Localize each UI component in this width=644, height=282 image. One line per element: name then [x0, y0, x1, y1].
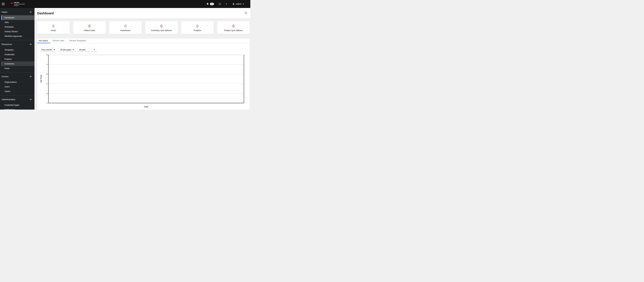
sidebar-item-label: Credential Types — [4, 104, 20, 106]
y-tick-label: 0 — [37, 102, 47, 104]
job-status-panel: Job status Recent Jobs Recent Templates … — [37, 39, 250, 110]
chevron-down-icon — [30, 11, 32, 13]
job-runs-chart: Job Runs 5 4 3 2 1 0 Date — [37, 55, 250, 110]
sidebar-item-projects[interactable]: Projects — [1, 57, 34, 61]
sidebar-item-label: Users — [4, 86, 10, 88]
sidebar-item-credential-types[interactable]: Credential Types — [1, 103, 34, 107]
sidebar-group-toggle-access[interactable]: Access — [0, 74, 34, 79]
dashboard-content: 0 Hosts 0 Failed hosts 0 Inventories 0 I… — [34, 18, 250, 110]
question-circle-icon — [219, 3, 221, 5]
sidebar-item-label: Hosts — [4, 67, 10, 69]
sidebar-item-schedules[interactable]: Schedules — [1, 24, 34, 29]
y-tick-label: 3 — [37, 73, 47, 75]
sidebar-item-label: Activity Stream — [4, 30, 18, 33]
sidebar-group-toggle-administration[interactable]: Administration — [0, 97, 34, 102]
caret-down-icon — [94, 49, 95, 50]
sidebar-group-access: Access Organizations Users Teams — [0, 72, 34, 94]
sidebar-item-label: Projects — [4, 58, 12, 60]
help-menu-button[interactable] — [219, 3, 227, 5]
sidebar-item-organizations[interactable]: Organizations — [1, 80, 34, 84]
sidebar-item-templates[interactable]: Templates — [1, 47, 34, 52]
nav-toggle-button[interactable] — [1, 1, 7, 7]
summary-card-inventory-sync-failures[interactable]: 0 Inventory sync failures — [145, 21, 178, 34]
masthead: Red Hat Ansible Automation Platform 0 — [0, 0, 250, 8]
sidebar-item-activity-stream[interactable]: Activity Stream — [1, 29, 34, 34]
refresh-history-button[interactable] — [244, 11, 248, 15]
sidebar-item-hosts[interactable]: Hosts — [1, 66, 34, 71]
sidebar-item-dashboard[interactable]: Dashboard — [1, 15, 34, 20]
sidebar-item-inventories[interactable]: Inventories — [1, 61, 34, 66]
red-hat-fedora-icon — [10, 2, 13, 5]
card-count: 0 — [124, 24, 126, 28]
card-label: Inventory sync failures — [151, 29, 172, 31]
sidebar-group-label: Resources — [2, 43, 12, 46]
sidebar-group-toggle-resources[interactable]: Resources — [0, 42, 34, 46]
notifications-count-badge: 0 — [210, 3, 214, 5]
sidebar-group-label: Views — [2, 11, 7, 13]
sidebar-group-views: Views Dashboard Jobs Schedules Activity … — [0, 8, 34, 38]
y-tick-label: 4 — [37, 63, 47, 65]
history-clock-icon — [244, 12, 247, 15]
chevron-down-icon — [30, 76, 32, 77]
card-count: 0 — [232, 24, 234, 28]
user-menu-button[interactable]: admin — [232, 2, 244, 5]
chart-plot-area — [48, 55, 244, 103]
jobs-select[interactable]: All jobs — [77, 47, 97, 52]
period-select-value: Past month — [41, 48, 52, 51]
card-label: Hosts — [51, 29, 56, 31]
card-label: Project sync failures — [224, 29, 243, 31]
chevron-down-icon — [30, 44, 32, 45]
sidebar-item-teams[interactable]: Teams — [1, 89, 34, 94]
summary-card-failed-hosts[interactable]: 0 Failed hosts — [73, 21, 106, 34]
page-header: Dashboard — [34, 8, 250, 18]
card-count: 0 — [196, 24, 198, 28]
summary-cards-row: 0 Hosts 0 Failed hosts 0 Inventories 0 I… — [37, 21, 250, 34]
job-type-select[interactable]: All job types — [58, 47, 76, 52]
sidebar-item-label: Teams — [4, 90, 10, 92]
sidebar-group-label: Administration — [2, 98, 15, 101]
sidebar-item-users[interactable]: Users — [1, 84, 34, 89]
sidebar-item-workflow-approvals[interactable]: Workflow Approvals — [1, 34, 34, 38]
sidebar-item-credentials[interactable]: Credentials — [1, 52, 34, 57]
notifications-button[interactable]: 0 — [206, 2, 214, 5]
page-title: Dashboard — [37, 11, 54, 15]
y-tick-label: 2 — [37, 83, 47, 84]
sidebar-nav: Views Dashboard Jobs Schedules Activity … — [0, 8, 34, 110]
sidebar-group-toggle-views[interactable]: Views — [0, 10, 34, 14]
bell-icon — [206, 2, 209, 5]
sidebar-item-label: Dashboard — [4, 16, 14, 19]
sidebar-item-label: Organizations — [4, 81, 17, 83]
sidebar-item-notifications[interactable]: Notifications — [1, 107, 34, 110]
tab-job-status[interactable]: Job status — [37, 39, 50, 43]
chart-filters: Past month All job types All jobs — [40, 47, 250, 52]
caret-down-icon — [226, 4, 227, 4]
panel-tabs: Job status Recent Jobs Recent Templates — [37, 39, 250, 43]
sidebar-item-label: Inventories — [4, 63, 14, 65]
sidebar-item-label: Notifications — [4, 109, 15, 110]
sidebar-item-label: Workflow Approvals — [4, 35, 22, 37]
y-tick-label: 1 — [37, 92, 47, 94]
chevron-down-icon — [30, 99, 32, 100]
sidebar-group-resources: Resources Templates Credentials Projects… — [0, 40, 34, 71]
card-label: Inventories — [120, 29, 130, 31]
summary-card-hosts[interactable]: 0 Hosts — [37, 21, 70, 34]
brand-line1: Red Hat — [14, 2, 25, 3]
card-label: Failed hosts — [84, 29, 95, 31]
hamburger-icon — [2, 3, 5, 3]
tab-recent-templates[interactable]: Recent Templates — [67, 39, 88, 43]
summary-card-inventories[interactable]: 0 Inventories — [109, 21, 142, 34]
sidebar-item-jobs[interactable]: Jobs — [1, 20, 34, 24]
sidebar-item-label: Jobs — [4, 21, 8, 23]
summary-card-project-sync-failures[interactable]: 0 Project sync failures — [217, 21, 250, 34]
username-label: admin — [236, 3, 242, 5]
brand-line3: Platform — [14, 5, 25, 6]
card-count: 0 — [160, 24, 162, 28]
job-type-select-value: All job types — [60, 48, 71, 51]
brand-logo: Red Hat Ansible Automation Platform — [10, 2, 25, 6]
tab-recent-jobs[interactable]: Recent Jobs — [50, 39, 67, 43]
summary-card-projects[interactable]: 0 Projects — [181, 21, 214, 34]
card-count: 0 — [52, 24, 54, 28]
sidebar-group-administration: Administration Credential Types Notifica… — [0, 95, 34, 110]
jobs-select-value: All jobs — [79, 48, 86, 51]
period-select[interactable]: Past month — [40, 47, 57, 52]
